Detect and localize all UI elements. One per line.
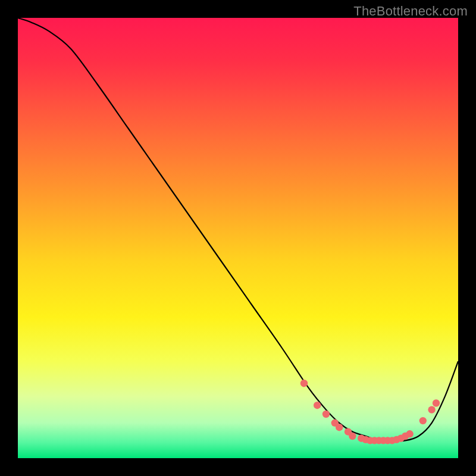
marker-dot: [419, 417, 427, 424]
marker-dot: [406, 430, 413, 437]
attribution-label: TheBottleneck.com: [353, 4, 468, 19]
markers-group: [300, 380, 440, 444]
marker-dot: [349, 433, 356, 440]
chart-frame: TheBottleneck.com: [0, 0, 476, 476]
marker-dot: [433, 399, 440, 406]
plot-area: [18, 18, 458, 458]
marker-dot: [428, 406, 435, 413]
marker-dot: [336, 424, 343, 431]
marker-dot: [314, 402, 321, 409]
chart-curve-layer: [18, 18, 458, 458]
marker-dot: [300, 380, 308, 387]
main-curve: [18, 18, 458, 441]
marker-dot: [322, 411, 330, 418]
